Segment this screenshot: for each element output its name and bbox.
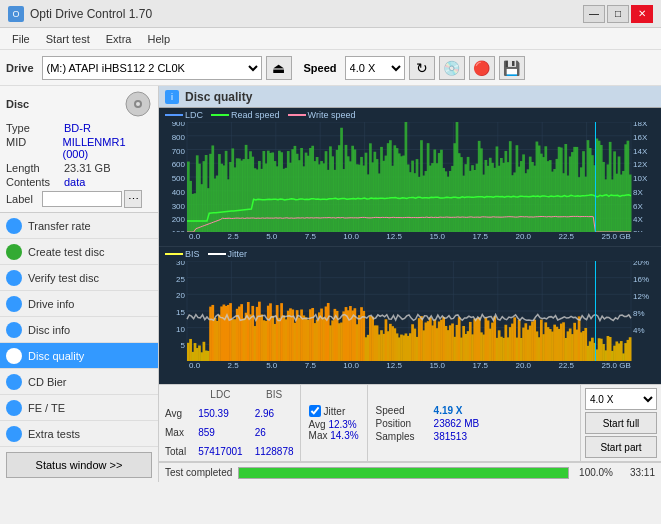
disc-section: Disc Type BD-R MID MILLENMR1 (000) Lengt…: [0, 86, 158, 213]
jitter-avg-value: 12.3%: [328, 419, 356, 430]
legend-ldc: LDC: [185, 110, 203, 120]
verify-test-icon: [6, 270, 22, 286]
stats-total-row: Total 57417001 1128878: [159, 442, 300, 461]
avg-ldc: 150.39: [192, 404, 249, 423]
disc-quality-label: Disc quality: [28, 350, 84, 362]
legend-bis: BIS: [185, 249, 200, 259]
progress-label: Test completed: [165, 467, 232, 478]
progress-bar: [239, 468, 568, 478]
start-part-button[interactable]: Start part: [585, 436, 657, 458]
svg-point-2: [136, 102, 140, 106]
close-button[interactable]: ✕: [631, 5, 653, 23]
jitter-max-label: Max: [309, 430, 331, 441]
disc-mid-row: MID MILLENMR1 (000): [6, 136, 152, 160]
sidebar-item-extra-tests[interactable]: Extra tests: [0, 421, 158, 447]
test-speed-select[interactable]: 4.0 X: [585, 388, 657, 410]
samples-value: 381513: [434, 431, 467, 442]
maximize-button[interactable]: □: [607, 5, 629, 23]
sidebar-item-transfer-rate[interactable]: Transfer rate: [0, 213, 158, 239]
disc-contents-row: Contents data: [6, 176, 152, 188]
menu-start-test[interactable]: Start test: [38, 31, 98, 47]
stats-row: LDC BIS Avg 150.39 2.96 Max 859 26 Tot: [159, 385, 661, 462]
legend-write-speed: Write speed: [308, 110, 356, 120]
label-key: Label: [6, 193, 42, 205]
legend-jitter: Jitter: [228, 249, 248, 259]
quality-header: i Disc quality: [159, 86, 661, 108]
jitter-checkbox[interactable]: [309, 405, 321, 417]
legend-read-speed: Read speed: [231, 110, 280, 120]
contents-value: data: [64, 176, 85, 188]
charts-area: LDC Read speed Write speed 0.0 2.5 5.0: [159, 108, 661, 384]
menu-help[interactable]: Help: [139, 31, 178, 47]
create-test-label: Create test disc: [28, 246, 104, 258]
sidebar-item-verify-test-disc[interactable]: Verify test disc: [0, 265, 158, 291]
col-bis: BIS: [249, 385, 300, 404]
sidebar-item-cd-bier[interactable]: CD Bier: [0, 369, 158, 395]
start-full-button[interactable]: Start full: [585, 412, 657, 434]
titlebar: O Opti Drive Control 1.70 — □ ✕: [0, 0, 661, 28]
label-browse-button[interactable]: ⋯: [124, 190, 142, 208]
drive-select[interactable]: (M:) ATAPI iHBS112 2 CL0K: [42, 56, 262, 80]
status-window-button[interactable]: Status window >>: [6, 452, 152, 478]
jitter-label: Jitter: [324, 406, 346, 417]
disc-label-row: Label ⋯: [6, 190, 152, 208]
app-icon: O: [8, 6, 24, 22]
max-label: Max: [159, 423, 192, 442]
stats-table: LDC BIS Avg 150.39 2.96 Max 859 26 Tot: [159, 385, 300, 461]
sidebar-item-disc-info[interactable]: Disc info: [0, 317, 158, 343]
type-value: BD-R: [64, 122, 91, 134]
col-ldc: LDC: [192, 385, 249, 404]
disc-type-row: Type BD-R: [6, 122, 152, 134]
total-label: Total: [159, 442, 192, 461]
menu-file[interactable]: File: [4, 31, 38, 47]
cd-bier-label: CD Bier: [28, 376, 67, 388]
speed-section: Speed 4.19 X Position 23862 MB Samples 3…: [367, 385, 488, 461]
sidebar-item-drive-info[interactable]: Drive info: [0, 291, 158, 317]
fe-te-icon: [6, 400, 22, 416]
contents-label: Contents: [6, 176, 64, 188]
disc-info-icon: [6, 322, 22, 338]
jitter-max-value: 14.3%: [330, 430, 358, 441]
menubar: File Start test Extra Help: [0, 28, 661, 50]
sidebar-item-fe-te[interactable]: FE / TE: [0, 395, 158, 421]
jitter-max-row: Max 14.3%: [309, 430, 359, 441]
label-input[interactable]: [42, 191, 122, 207]
create-test-icon: [6, 244, 22, 260]
transfer-rate-label: Transfer rate: [28, 220, 91, 232]
progress-time: 33:11: [619, 467, 655, 478]
minimize-button[interactable]: —: [583, 5, 605, 23]
burn-button[interactable]: 🔴: [469, 56, 495, 80]
quality-icon: i: [165, 90, 179, 104]
disc-button[interactable]: 💿: [439, 56, 465, 80]
content-area: i Disc quality LDC Read speed: [159, 86, 661, 482]
samples-key: Samples: [376, 431, 431, 442]
transfer-rate-icon: [6, 218, 22, 234]
sidebar-item-disc-quality[interactable]: Disc quality: [0, 343, 158, 369]
action-buttons: 4.0 X Start full Start part: [580, 385, 661, 461]
max-ldc: 859: [192, 423, 249, 442]
drive-label: Drive: [6, 62, 34, 74]
eject-button[interactable]: ⏏: [266, 56, 292, 80]
speed-select[interactable]: 4.0 X: [345, 56, 405, 80]
window-controls: — □ ✕: [583, 5, 653, 23]
save-button[interactable]: 💾: [499, 56, 525, 80]
max-bis: 26: [249, 423, 300, 442]
progress-bar-container: [238, 467, 569, 479]
verify-test-label: Verify test disc: [28, 272, 99, 284]
jitter-avg-label: Avg: [309, 419, 329, 430]
drive-info-icon: [6, 296, 22, 312]
sidebar-item-create-test-disc[interactable]: Create test disc: [0, 239, 158, 265]
main-area: Disc Type BD-R MID MILLENMR1 (000) Lengt…: [0, 86, 661, 482]
avg-label: Avg: [159, 404, 192, 423]
progress-percent: 100.0%: [575, 467, 613, 478]
total-bis: 1128878: [249, 442, 300, 461]
disc-length-row: Length 23.31 GB: [6, 162, 152, 174]
speed-value: 4.19 X: [434, 405, 463, 416]
menu-extra[interactable]: Extra: [98, 31, 140, 47]
length-label: Length: [6, 162, 64, 174]
refresh-button[interactable]: ↻: [409, 56, 435, 80]
fe-te-label: FE / TE: [28, 402, 65, 414]
drive-info-label: Drive info: [28, 298, 74, 310]
position-key: Position: [376, 418, 431, 429]
stats-avg-row: Avg 150.39 2.96: [159, 404, 300, 423]
